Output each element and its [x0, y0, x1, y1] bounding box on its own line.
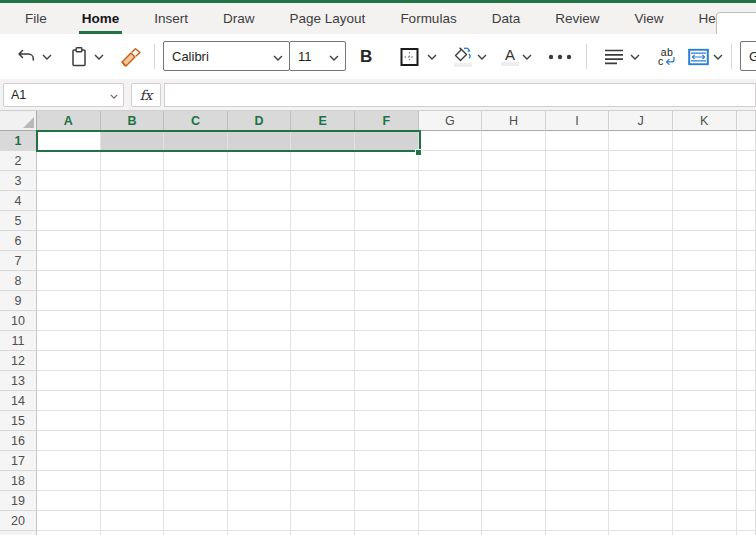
column-header-A[interactable]: A	[37, 111, 101, 131]
cell-I11[interactable]	[546, 331, 610, 351]
cell-partial[interactable]	[546, 531, 610, 535]
cell-D19[interactable]	[228, 491, 292, 511]
cell-G12[interactable]	[419, 351, 483, 371]
cell-A19[interactable]	[37, 491, 101, 511]
cell-J1[interactable]	[609, 131, 673, 151]
cell-D9[interactable]	[228, 291, 292, 311]
cell-I10[interactable]	[546, 311, 610, 331]
cell-B12[interactable]	[101, 351, 165, 371]
cell-H13[interactable]	[482, 371, 546, 391]
cell-E1[interactable]	[291, 131, 355, 151]
cell-F10[interactable]	[355, 311, 419, 331]
cell-B13[interactable]	[101, 371, 165, 391]
cell-D12[interactable]	[228, 351, 292, 371]
row-header-10[interactable]: 10	[0, 311, 37, 331]
cell-I4[interactable]	[546, 191, 610, 211]
cell-D7[interactable]	[228, 251, 292, 271]
cell-J3[interactable]	[609, 171, 673, 191]
cell-A3[interactable]	[37, 171, 101, 191]
cell-B1[interactable]	[101, 131, 165, 151]
cell-partial[interactable]	[737, 131, 756, 151]
cell-A11[interactable]	[37, 331, 101, 351]
cell-A10[interactable]	[37, 311, 101, 331]
cell-F20[interactable]	[355, 511, 419, 531]
cell-B16[interactable]	[101, 431, 165, 451]
cell-C14[interactable]	[164, 391, 228, 411]
cell-F17[interactable]	[355, 451, 419, 471]
cell-G15[interactable]	[419, 411, 483, 431]
cell-C15[interactable]	[164, 411, 228, 431]
cell-E16[interactable]	[291, 431, 355, 451]
cell-K13[interactable]	[673, 371, 737, 391]
cell-E17[interactable]	[291, 451, 355, 471]
cell-H8[interactable]	[482, 271, 546, 291]
cell-J18[interactable]	[609, 471, 673, 491]
tab-home[interactable]: Home	[81, 3, 121, 34]
cell-A8[interactable]	[37, 271, 101, 291]
cell-C18[interactable]	[164, 471, 228, 491]
cell-I8[interactable]	[546, 271, 610, 291]
cell-I16[interactable]	[546, 431, 610, 451]
cell-K14[interactable]	[673, 391, 737, 411]
cell-C20[interactable]	[164, 511, 228, 531]
cell-K10[interactable]	[673, 311, 737, 331]
cell-partial[interactable]	[737, 211, 756, 231]
cell-D15[interactable]	[228, 411, 292, 431]
cell-J16[interactable]	[609, 431, 673, 451]
cell-B7[interactable]	[101, 251, 165, 271]
cell-C5[interactable]	[164, 211, 228, 231]
tab-data[interactable]: Data	[491, 3, 522, 34]
cell-E19[interactable]	[291, 491, 355, 511]
row-header-14[interactable]: 14	[0, 391, 37, 411]
cell-A16[interactable]	[37, 431, 101, 451]
cell-F12[interactable]	[355, 351, 419, 371]
cell-partial[interactable]	[737, 171, 756, 191]
cell-A18[interactable]	[37, 471, 101, 491]
cell-A15[interactable]	[37, 411, 101, 431]
cell-A14[interactable]	[37, 391, 101, 411]
cell-E9[interactable]	[291, 291, 355, 311]
cell-B8[interactable]	[101, 271, 165, 291]
cell-A20[interactable]	[37, 511, 101, 531]
cell-F19[interactable]	[355, 491, 419, 511]
font-color-dropdown-chevron[interactable]	[522, 54, 532, 60]
cell-partial[interactable]	[737, 451, 756, 471]
cell-F1[interactable]	[355, 131, 419, 151]
cell-F5[interactable]	[355, 211, 419, 231]
cell-G1[interactable]	[419, 131, 483, 151]
cell-G2[interactable]	[419, 151, 483, 171]
cell-K2[interactable]	[673, 151, 737, 171]
column-header-B[interactable]: B	[101, 111, 165, 131]
row-header-13[interactable]: 13	[0, 371, 37, 391]
fill-color-icon[interactable]	[452, 47, 473, 67]
cell-C3[interactable]	[164, 171, 228, 191]
paste-dropdown-chevron[interactable]	[94, 54, 104, 60]
cell-partial[interactable]	[737, 331, 756, 351]
alignment-dropdown-chevron[interactable]	[630, 54, 640, 60]
cell-partial[interactable]	[737, 311, 756, 331]
more-options-icon[interactable]	[548, 54, 572, 60]
cell-B11[interactable]	[101, 331, 165, 351]
cell-B5[interactable]	[101, 211, 165, 231]
row-header-17[interactable]: 17	[0, 451, 37, 471]
row-header-5[interactable]: 5	[0, 211, 37, 231]
cell-H19[interactable]	[482, 491, 546, 511]
tab-file[interactable]: File	[24, 3, 48, 34]
cell-partial[interactable]	[355, 531, 419, 535]
cell-G8[interactable]	[419, 271, 483, 291]
cell-K17[interactable]	[673, 451, 737, 471]
cell-C19[interactable]	[164, 491, 228, 511]
cell-G6[interactable]	[419, 231, 483, 251]
cell-C7[interactable]	[164, 251, 228, 271]
cell-K18[interactable]	[673, 471, 737, 491]
cell-J4[interactable]	[609, 191, 673, 211]
row-header-1[interactable]: 1	[0, 131, 37, 151]
row-header-4[interactable]: 4	[0, 191, 37, 211]
cell-G3[interactable]	[419, 171, 483, 191]
cell-B10[interactable]	[101, 311, 165, 331]
column-header-partial[interactable]	[737, 111, 756, 131]
cell-E14[interactable]	[291, 391, 355, 411]
cell-partial[interactable]	[737, 371, 756, 391]
cell-H2[interactable]	[482, 151, 546, 171]
cell-E6[interactable]	[291, 231, 355, 251]
